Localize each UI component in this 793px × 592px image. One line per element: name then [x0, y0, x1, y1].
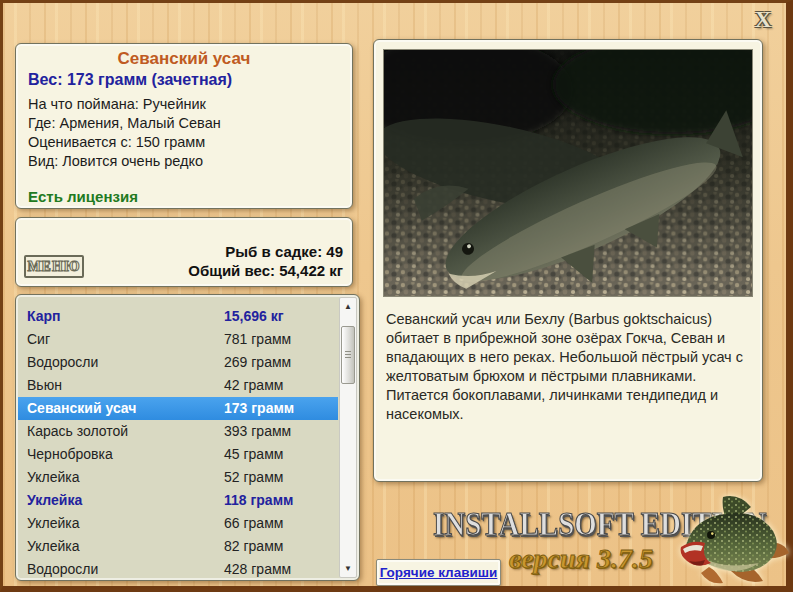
- caught-fish-title: Севанский усач: [28, 49, 340, 69]
- menu-button[interactable]: МЕНЮ: [24, 255, 84, 278]
- edition-wordmark: INSTALLSOFT EDITION: [433, 506, 683, 544]
- fish-list-rows: Карп15,696 кг Сиг781 грамм Водоросли269 …: [18, 305, 338, 581]
- stats-panel: МЕНЮ Рыб в садке: 49 Общий вес: 54,422 к…: [15, 217, 353, 287]
- scrollbar-thumb[interactable]: [341, 326, 355, 384]
- creel-stats: Рыб в садке: 49 Общий вес: 54,422 кг: [188, 242, 343, 280]
- caught-fish-bait: На что поймана: Ручейник: [28, 95, 340, 114]
- fish-list-row[interactable]: Уклейка52 грамм: [18, 466, 338, 489]
- fish-list-row[interactable]: Уклейка118 грамм: [18, 489, 338, 512]
- scroll-up-icon[interactable]: ▲: [341, 299, 355, 314]
- fish-list-row[interactable]: Карась золотой393 грамм: [18, 420, 338, 443]
- version-label: версия 3.7.5: [471, 543, 691, 575]
- creel-fish-list: Карп15,696 кг Сиг781 грамм Водоросли269 …: [15, 294, 360, 581]
- fish-list-row[interactable]: Водоросли269 грамм: [18, 351, 338, 374]
- fish-list-row[interactable]: Уклейка66 грамм: [18, 512, 338, 535]
- catch-info-panel: Севанский усач Вес: 173 грамм (зачетная)…: [15, 43, 353, 209]
- scroll-down-icon[interactable]: ▼: [341, 561, 355, 576]
- game-window: X Севанский усач Вес: 173 грамм (зачетна…: [0, 0, 793, 592]
- fish-info-panel: Севанский усач или Бехлу (Barbus goktsch…: [373, 39, 763, 482]
- pike-logo-icon: [671, 491, 793, 587]
- caught-fish-weight: Вес: 173 грамм (зачетная): [28, 71, 340, 89]
- fish-list-row[interactable]: Сиг781 грамм: [18, 328, 338, 351]
- hotkeys-button[interactable]: Горячие клавиши: [376, 559, 501, 586]
- fish-list-row[interactable]: Чернобровка45 грамм: [18, 443, 338, 466]
- fish-list-row[interactable]: Водоросли428 грамм: [18, 558, 338, 581]
- fish-list-row[interactable]: Карп15,696 кг: [18, 305, 338, 328]
- caught-fish-location: Где: Армения, Малый Севан: [28, 114, 340, 133]
- fish-photo: [383, 49, 753, 297]
- total-weight-label: Общий вес: 54,422 кг: [188, 261, 343, 280]
- fish-list-row[interactable]: Вьюн42 грамм: [18, 374, 338, 397]
- license-status: Есть лицензия: [28, 188, 340, 205]
- fish-count-label: Рыб в садке: 49: [188, 242, 343, 261]
- fish-list-row[interactable]: Уклейка82 грамм: [18, 535, 338, 558]
- fish-list-row-selected[interactable]: Севанский усач173 грамм: [18, 397, 338, 420]
- list-scrollbar[interactable]: ▲ ▼: [339, 297, 357, 578]
- caught-fish-rarity: Вид: Ловится очень редко: [28, 152, 340, 171]
- close-icon[interactable]: X: [750, 7, 776, 33]
- caught-fish-min-weight: Оценивается с: 150 грамм: [28, 133, 340, 152]
- fish-description: Севанский усач или Бехлу (Barbus goktsch…: [386, 310, 750, 424]
